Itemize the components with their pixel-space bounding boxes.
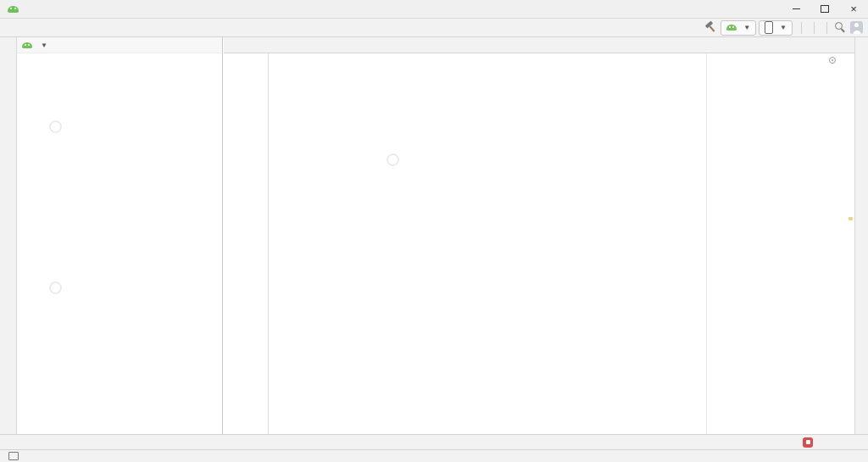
watermark-logo-icon bbox=[49, 120, 62, 133]
android-module-icon bbox=[726, 25, 737, 31]
watermark-logo-icon bbox=[49, 281, 62, 294]
watermark bbox=[49, 120, 65, 133]
project-panel: ▼ bbox=[17, 37, 223, 434]
emulator-icon bbox=[8, 452, 19, 460]
inspections-widget-icon[interactable] bbox=[829, 57, 836, 64]
event-log-button[interactable] bbox=[803, 437, 817, 448]
watermark-logo-icon bbox=[387, 153, 399, 166]
user-avatar[interactable] bbox=[850, 21, 863, 34]
editor bbox=[224, 37, 854, 434]
build-hammer-icon[interactable] bbox=[704, 20, 718, 35]
right-margin-guide bbox=[706, 53, 707, 436]
toolbar-separator bbox=[826, 22, 827, 34]
chevron-down-icon: ▼ bbox=[780, 24, 787, 31]
left-tool-window-stripe bbox=[0, 37, 17, 434]
code-editor[interactable] bbox=[224, 53, 854, 436]
android-view-icon bbox=[22, 42, 32, 48]
tool-window-bar bbox=[0, 434, 868, 449]
event-log-icon bbox=[803, 437, 813, 448]
phone-icon bbox=[765, 21, 773, 34]
device-select[interactable]: ▼ bbox=[759, 20, 793, 36]
title-bar: × bbox=[0, 0, 868, 19]
toolbar-separator bbox=[814, 22, 815, 34]
android-studio-logo-icon bbox=[8, 6, 19, 13]
minimize-button[interactable] bbox=[782, 0, 810, 18]
maximize-icon bbox=[821, 5, 829, 13]
window-controls: × bbox=[782, 0, 868, 18]
main-toolbar: ▼ ▼ bbox=[0, 19, 868, 37]
maximize-button[interactable] bbox=[810, 0, 839, 18]
toolbar-separator bbox=[801, 22, 802, 34]
chevron-down-icon[interactable]: ▼ bbox=[41, 42, 47, 49]
watermark bbox=[387, 153, 403, 166]
status-bar bbox=[0, 449, 868, 462]
toolbar-actions: ▼ ▼ bbox=[704, 20, 863, 36]
search-everywhere-icon[interactable] bbox=[833, 20, 848, 35]
android-studio-window: × ▼ ▼ bbox=[0, 0, 868, 462]
editor-tab-bar bbox=[224, 37, 854, 53]
run-configuration-select[interactable]: ▼ bbox=[721, 20, 756, 36]
minimize-icon bbox=[793, 8, 800, 9]
scrollbar-mark bbox=[849, 217, 853, 220]
project-view-header: ▼ bbox=[17, 37, 222, 53]
right-tool-window-stripe bbox=[854, 37, 868, 434]
chevron-down-icon: ▼ bbox=[743, 24, 750, 31]
close-button[interactable]: × bbox=[839, 0, 868, 18]
watermark bbox=[49, 281, 65, 294]
